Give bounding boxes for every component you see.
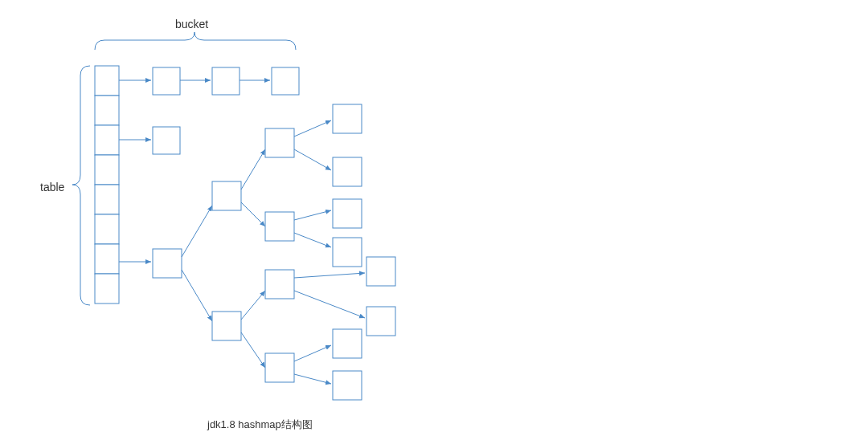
- list-node: [153, 67, 180, 95]
- svg-line-11: [294, 210, 331, 220]
- svg-line-12: [294, 233, 331, 247]
- tree-node: [333, 199, 362, 228]
- svg-line-16: [294, 291, 365, 318]
- svg-line-5: [182, 206, 212, 257]
- svg-line-18: [294, 374, 331, 384]
- list-node: [272, 67, 299, 95]
- svg-line-17: [294, 345, 331, 361]
- tree-node: [265, 212, 294, 241]
- table-slot: [95, 66, 119, 96]
- tree-node: [333, 329, 362, 358]
- tree-node: [265, 353, 294, 382]
- bucket-2-linked-list: [119, 127, 180, 154]
- svg-line-13: [241, 291, 265, 320]
- svg-line-6: [182, 270, 212, 321]
- bucket-0-linked-list: [119, 67, 299, 95]
- tree-node: [333, 238, 362, 267]
- tree-node: [265, 270, 294, 299]
- tree-node: [333, 104, 362, 133]
- svg-line-7: [241, 149, 265, 189]
- tree-node: [212, 312, 241, 340]
- tree-node: [265, 128, 294, 157]
- svg-line-8: [241, 202, 265, 226]
- table-slot: [95, 244, 119, 274]
- tree-node: [333, 371, 362, 400]
- tree-node: [366, 307, 395, 336]
- tree-node: [366, 257, 395, 286]
- table-slot: [95, 274, 119, 304]
- table-slot: [95, 96, 119, 125]
- table-slot: [95, 155, 119, 185]
- table-array: [95, 66, 119, 304]
- svg-line-10: [294, 149, 331, 170]
- tree-node: [212, 181, 241, 210]
- svg-line-9: [294, 120, 331, 136]
- tree-node: [153, 249, 182, 278]
- table-slot: [95, 214, 119, 244]
- diagram-svg: [0, 0, 868, 440]
- diagram-canvas: table bucket jdk1.8 hashmap结构图: [0, 0, 868, 440]
- svg-line-15: [294, 273, 365, 278]
- bucket-brace: [95, 32, 296, 50]
- table-slot: [95, 185, 119, 214]
- tree-node: [333, 157, 362, 186]
- table-brace: [72, 66, 90, 305]
- table-slot: [95, 125, 119, 155]
- list-node: [212, 67, 240, 95]
- svg-line-14: [241, 332, 265, 368]
- list-node: [153, 127, 180, 154]
